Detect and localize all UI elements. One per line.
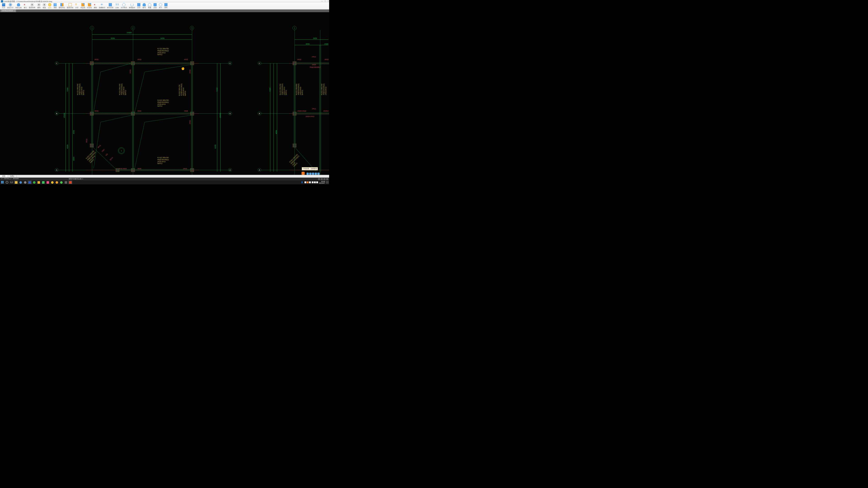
layout-tabs: 模型布局1 — [0, 175, 329, 177]
toolbar-ratio-button[interactable]: 1:1比例 — [114, 3, 120, 9]
toolbar-print-button[interactable]: 打印 — [136, 3, 142, 9]
column-node — [190, 168, 194, 172]
line-icon — [81, 3, 85, 6]
column-node — [116, 168, 119, 172]
taskbar-app-5[interactable] — [32, 181, 36, 184]
brace-annotation: KL5(1) 300x700Φ8@100/200(2)2Φ20;4Φ16N6Φ1… — [86, 150, 99, 164]
layout-tab[interactable]: 布局1 — [8, 175, 17, 177]
toolbar-data-button[interactable]: 资料 — [163, 3, 168, 9]
close-button[interactable]: × — [328, 0, 329, 2]
toolbar-feedback-button[interactable]: 反馈 — [152, 3, 158, 9]
drawing-canvas[interactable]: ✊ 1231CCCBBBAAA1430058508450585035502300… — [0, 12, 329, 175]
rebar-mark: 3Φ20 — [312, 64, 316, 66]
tray-people-icon[interactable]: 👤 — [301, 182, 303, 183]
share-icon-1[interactable] — [307, 173, 309, 175]
member-icon — [48, 3, 51, 6]
clock[interactable]: 20:05 2019/4/7 — [319, 181, 325, 184]
maximize-button[interactable]: □ — [324, 0, 326, 2]
share-icon-4[interactable] — [315, 173, 317, 175]
toolbar-recognize-button[interactable]: 图形识别 — [66, 3, 74, 9]
cortana-button[interactable] — [5, 181, 9, 184]
toolbar-label: 客服 — [148, 6, 151, 9]
taskbar-app-1[interactable] — [14, 181, 18, 184]
axis-bubble: C — [258, 61, 261, 65]
taskbar-app-6[interactable] — [37, 181, 41, 184]
toolbar-compare-button[interactable]: 图纸对比 — [58, 3, 66, 9]
rebar-mark: 3Φ20 — [184, 110, 188, 112]
file-tab-close-icon[interactable]: × — [14, 10, 15, 12]
toolbar-rotate-button[interactable]: 屏幕旋转 — [128, 3, 136, 9]
toolbar-recent-button[interactable]: 最近打开 — [6, 3, 14, 9]
taskbar-app-4[interactable] — [28, 181, 32, 184]
float-share-icons[interactable] — [307, 173, 320, 175]
brace-line — [94, 72, 101, 112]
column-node — [293, 112, 296, 116]
toolbar-label: 保存云盘 — [16, 6, 22, 9]
share-icon-2[interactable] — [309, 173, 311, 175]
toolbar-label: 账号 — [143, 6, 146, 9]
dim-line — [92, 34, 192, 35]
dim-line — [294, 45, 329, 45]
toolbar-textFind-button[interactable]: 文字查找 — [120, 3, 128, 9]
float-logo-icon[interactable] — [302, 172, 305, 175]
dim-line — [217, 63, 217, 172]
start-button[interactable] — [0, 181, 4, 184]
toolbar-text-button[interactable]: T文字 — [74, 3, 80, 9]
brace-line — [101, 63, 131, 72]
toolbar-service-button[interactable]: 客服 — [147, 3, 152, 9]
taskbar-app-8[interactable] — [46, 181, 50, 184]
taskview-button[interactable] — [9, 181, 13, 184]
brace-line — [145, 115, 190, 122]
taskbar-app-10[interactable] — [55, 181, 59, 184]
toolbar-undo-button[interactable]: 撤销 — [36, 3, 41, 9]
taskbar-app-9[interactable] — [50, 181, 54, 184]
taskbar-app-3[interactable] — [23, 181, 27, 184]
column-node — [131, 112, 135, 116]
notification-icon[interactable] — [326, 181, 329, 184]
taskbar-app-13[interactable] — [68, 181, 72, 184]
brace-mark: 4Φ16 — [97, 144, 101, 149]
share-icon-5[interactable] — [317, 173, 320, 175]
rebar-mark: 4Φ20 — [189, 70, 191, 73]
toolbar-label: 画直线 — [81, 6, 85, 9]
grid-line — [320, 30, 320, 175]
layout-tab[interactable]: 模型 — [0, 175, 8, 177]
undo-icon — [37, 3, 40, 6]
file-tab[interactable]: 20#商业180428 × — [0, 9, 16, 12]
taskbar-app-11[interactable] — [59, 181, 63, 184]
beam-edge — [91, 63, 92, 147]
dim-text: 5850 — [111, 37, 115, 39]
share-icon-3[interactable] — [312, 173, 314, 175]
toolbar-measure-button[interactable]: 测量 — [53, 3, 58, 9]
toolbar-annotSetting-button[interactable]: 标注设置 — [106, 3, 114, 9]
toolbar-freehand-button[interactable]: 任意线 — [86, 3, 93, 9]
taskbar-app-2[interactable] — [19, 181, 23, 184]
toolbar-layers-button[interactable]: 图层管理 — [28, 3, 36, 9]
taskbar-app-12[interactable] — [64, 181, 68, 184]
toolbar-redo-button[interactable]: 恢复 — [41, 3, 47, 9]
toolbar-delete-button[interactable]: ×删除 — [93, 3, 98, 9]
toolbar-label: 图形识别 — [67, 6, 73, 9]
beam-edge — [319, 45, 320, 172]
toolbar-window-button[interactable]: ×窗口 — [23, 3, 28, 9]
toolbar-member-button[interactable]: 会员 — [47, 3, 53, 9]
window-controls: — □ × — [321, 0, 329, 2]
measure-icon — [54, 3, 57, 6]
toolbar-line-button[interactable]: 画直线 — [80, 3, 86, 9]
status-mode-icons[interactable] — [318, 178, 328, 180]
beam-annotation: KL2(2) 300x700Φ8@100/200(2)2Φ20;4Φ16N6Φ1… — [119, 84, 127, 95]
pan-cursor-icon: ✊ — [181, 67, 185, 70]
toolbar-account-button[interactable]: 账号 — [142, 3, 147, 9]
minimize-button[interactable]: — — [321, 0, 323, 2]
tray-icons[interactable] — [304, 182, 318, 184]
grid-bubble: 1 — [292, 26, 297, 30]
toolbar-about-button[interactable]: 关于 — [158, 3, 163, 9]
taskbar-app-7[interactable] — [41, 181, 45, 184]
toolbar-label: 比例 — [116, 6, 119, 9]
dim-text: 3550 — [306, 43, 310, 45]
toolbar-open-button[interactable]: 打开 — [1, 3, 6, 9]
settings-tooltip[interactable]: 个性设置，点我看看 — [302, 167, 318, 170]
toolbar-cloud-button[interactable]: 保存云盘 — [14, 3, 23, 9]
beam-annotation: KL2(2) 300x600Φ8@100/200(2)2Φ20;5Φ20N4Φ1… — [296, 84, 304, 95]
toolbar-hideAnnot-button[interactable]: 👁隐藏标注 — [98, 3, 106, 9]
